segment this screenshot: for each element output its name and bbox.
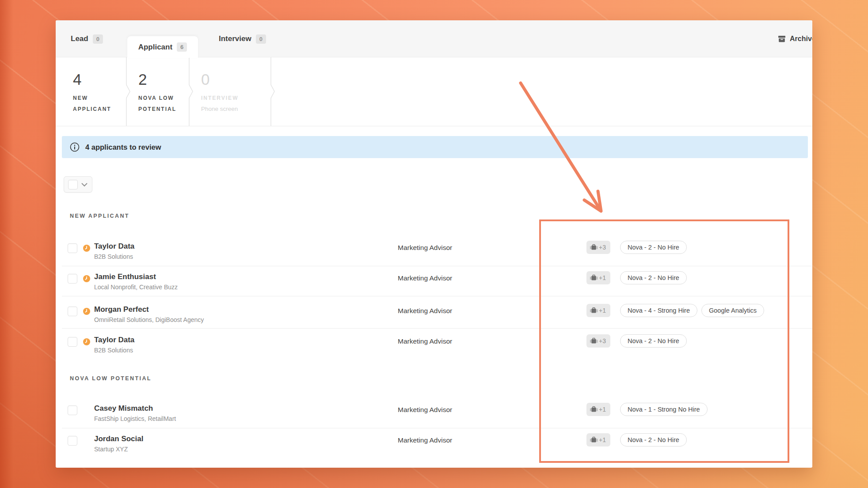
pending-clock-icon	[83, 245, 90, 253]
applicant-row[interactable]: Taylor Data B2B Solutions Marketing Advi…	[56, 238, 812, 266]
row-divider	[62, 266, 812, 266]
rating-tag: Nova - 2 - No Hire	[620, 433, 687, 446]
stage-separator-chevron	[125, 57, 132, 126]
stage-nova-low-potential-count: 2	[138, 71, 176, 88]
opportunities-badge: +1	[586, 304, 610, 317]
candidate-badges: +3 Nova - 2 - No Hire	[586, 241, 687, 254]
candidate-company: B2B Solutions	[94, 345, 134, 355]
candidate-name[interactable]: Morgan Perfect	[94, 305, 204, 314]
opportunities-badge: +3	[586, 334, 610, 348]
stage-separator-chevron	[269, 57, 276, 126]
candidate-name[interactable]: Casey Mismatch	[94, 404, 176, 413]
candidate-company: B2B Solutions	[94, 252, 134, 261]
stage-nova-low-potential-label-2: POTENTIAL	[138, 104, 176, 115]
candidate-info: Morgan Perfect OmniRetail Solutions, Dig…	[94, 305, 204, 325]
candidate-name[interactable]: Taylor Data	[94, 242, 134, 251]
row-checkbox[interactable]	[68, 274, 77, 284]
pending-clock-icon	[83, 275, 90, 284]
row-checkbox[interactable]	[68, 306, 77, 316]
stage-new-applicant[interactable]: 4 NEW APPLICANT	[73, 71, 111, 115]
opportunities-count: +1	[599, 307, 606, 314]
candidate-position: Marketing Advisor	[398, 306, 452, 315]
tab-lead-count: 0	[93, 34, 103, 44]
header-divider	[56, 126, 812, 126]
section-title-new-applicant: NEW APPLICANT	[70, 213, 129, 219]
tab-applicant-count: 6	[177, 42, 187, 52]
candidate-badges: +1 Nova - 2 - No Hire	[586, 433, 687, 446]
pipeline-stages: 4 NEW APPLICANT 2 NOVA LOW POTENTIAL 0 I…	[56, 57, 812, 126]
applicant-row[interactable]: Jordan Social Startup XYZ Marketing Advi…	[56, 431, 812, 459]
pending-clock-icon	[83, 308, 90, 317]
section-title-nova-low-potential: NOVA LOW POTENTIAL	[70, 375, 152, 382]
rating-tags: Nova - 2 - No Hire	[620, 271, 687, 284]
row-checkbox[interactable]	[68, 405, 77, 415]
candidate-info: Jamie Enthusiast Local Nonprofit, Creati…	[94, 272, 178, 292]
opportunities-count: +1	[599, 274, 606, 281]
applicants-panel: Lead 0 Applicant 6 Interview 0 Archived …	[56, 20, 812, 468]
rating-tags: Nova - 4 - Strong Hire Google Analytics	[620, 304, 764, 317]
stage-new-applicant-label-2: APPLICANT	[73, 104, 111, 115]
applicant-row[interactable]: Casey Mismatch FastShip Logistics, Retai…	[56, 400, 812, 428]
tab-lead-label: Lead	[71, 34, 88, 43]
chevron-down-icon[interactable]	[81, 182, 88, 187]
rating-tag: Nova - 1 - Strong No Hire	[620, 403, 708, 416]
rating-tag: Nova - 4 - Strong Hire	[620, 304, 697, 317]
rating-tag: Nova - 2 - No Hire	[620, 241, 687, 254]
candidate-company: FastShip Logistics, RetailMart	[94, 414, 176, 424]
row-divider	[62, 328, 812, 329]
rating-tags: Nova - 2 - No Hire	[620, 433, 687, 446]
stage-nova-low-potential[interactable]: 2 NOVA LOW POTENTIAL	[138, 71, 176, 115]
stage-new-applicant-count: 4	[73, 71, 111, 88]
stage-interview[interactable]: 0 INTERVIEW Phone screen	[201, 71, 238, 114]
rating-tag: Nova - 2 - No Hire	[620, 271, 687, 284]
info-icon	[70, 142, 80, 152]
applicant-row[interactable]: Jamie Enthusiast Local Nonprofit, Creati…	[56, 269, 812, 297]
candidate-position: Marketing Advisor	[398, 243, 452, 252]
tab-applicant[interactable]: Applicant 6	[127, 36, 198, 58]
select-all-checkbox[interactable]	[68, 180, 78, 189]
candidate-badges: +1 Nova - 1 - Strong No Hire	[586, 403, 708, 416]
rating-tags: Nova - 1 - Strong No Hire	[620, 403, 708, 416]
review-banner[interactable]: 4 applicants to review	[62, 136, 808, 158]
candidate-company: OmniRetail Solutions, DigiBoost Agency	[94, 315, 204, 325]
stage-new-applicant-label-1: NEW	[73, 93, 111, 104]
opportunities-badge: +1	[586, 403, 610, 416]
stage-interview-label: INTERVIEW	[201, 93, 238, 104]
opportunities-badge: +1	[586, 433, 610, 446]
candidate-info: Taylor Data B2B Solutions	[94, 335, 134, 355]
candidate-position: Marketing Advisor	[398, 337, 452, 346]
review-banner-text: 4 applicants to review	[85, 143, 161, 151]
candidate-name[interactable]: Jamie Enthusiast	[94, 272, 178, 282]
candidate-name[interactable]: Taylor Data	[94, 335, 134, 345]
tab-lead[interactable]: Lead 0	[71, 20, 103, 57]
archived-label: Archived	[790, 35, 812, 43]
archived-button[interactable]: Archived	[778, 20, 812, 57]
candidate-position: Marketing Advisor	[398, 405, 452, 414]
candidate-name[interactable]: Jordan Social	[94, 434, 143, 444]
rating-tags: Nova - 2 - No Hire	[620, 241, 687, 254]
row-checkbox[interactable]	[68, 243, 77, 253]
tab-interview[interactable]: Interview 0	[219, 20, 266, 57]
opportunities-count: +3	[599, 244, 606, 251]
candidate-info: Casey Mismatch FastShip Logistics, Retai…	[94, 404, 176, 424]
stage-interview-count: 0	[201, 71, 238, 88]
tab-interview-count: 0	[256, 34, 266, 44]
bulk-select-button[interactable]	[64, 176, 92, 193]
applicant-row[interactable]: Taylor Data B2B Solutions Marketing Advi…	[56, 332, 812, 360]
stage-nova-low-potential-label-1: NOVA LOW	[138, 93, 176, 104]
candidate-info: Jordan Social Startup XYZ	[94, 434, 143, 454]
candidate-company: Startup XYZ	[94, 444, 143, 454]
row-checkbox[interactable]	[68, 337, 77, 347]
opportunities-count: +1	[599, 436, 606, 443]
row-divider	[62, 296, 812, 296]
opportunities-count: +3	[599, 337, 606, 344]
row-checkbox[interactable]	[68, 436, 77, 446]
rating-tag: Google Analytics	[701, 304, 764, 317]
candidate-position: Marketing Advisor	[398, 435, 452, 445]
candidate-badges: +1 Nova - 4 - Strong Hire Google Analyti…	[586, 304, 764, 317]
opportunities-count: +1	[599, 406, 606, 413]
candidate-badges: +1 Nova - 2 - No Hire	[586, 271, 687, 284]
pipeline-tab-bar: Lead 0 Applicant 6 Interview 0 Archived	[56, 20, 812, 57]
applicant-row[interactable]: Morgan Perfect OmniRetail Solutions, Dig…	[56, 301, 812, 329]
opportunities-badge: +1	[586, 271, 610, 284]
